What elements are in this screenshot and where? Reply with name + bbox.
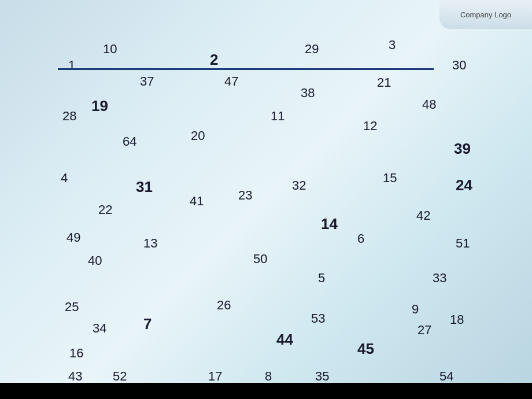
number-item: 7	[143, 315, 152, 333]
number-item: 3	[389, 38, 396, 53]
number-item: 34	[93, 321, 106, 336]
number-item: 22	[98, 202, 112, 217]
number-item: 52	[113, 369, 127, 384]
number-item: 8	[265, 369, 272, 384]
number-item: 21	[377, 75, 391, 90]
number-item: 14	[321, 215, 338, 233]
number-item: 38	[301, 86, 315, 101]
logo-tab: Company Logo	[439, 0, 532, 29]
number-item: 27	[418, 323, 431, 338]
number-item: 40	[88, 253, 102, 268]
number-item: 4	[61, 171, 68, 186]
number-item: 32	[292, 178, 306, 193]
number-item: 26	[217, 298, 231, 313]
number-item: 12	[363, 119, 377, 134]
number-item: 42	[416, 208, 430, 223]
horizontal-line-top	[58, 68, 434, 70]
company-logo: Company Logo	[460, 10, 511, 19]
number-item: 19	[91, 97, 108, 115]
number-item: 5	[318, 271, 325, 286]
number-item: 28	[62, 109, 76, 124]
number-item: 43	[68, 369, 82, 384]
number-item: 20	[191, 128, 205, 143]
number-item: 37	[140, 74, 154, 89]
bottom-bar	[0, 383, 532, 399]
number-item: 23	[238, 188, 252, 203]
number-item: 35	[315, 369, 329, 384]
number-item: 6	[357, 231, 364, 246]
number-item: 18	[450, 312, 464, 327]
number-item: 1	[68, 58, 75, 73]
number-item: 30	[452, 58, 466, 73]
number-item: 51	[456, 236, 470, 251]
number-item: 49	[66, 230, 80, 245]
number-item: 47	[224, 74, 238, 89]
number-item: 10	[103, 42, 117, 57]
number-item: 16	[69, 346, 83, 361]
number-item: 15	[383, 171, 397, 186]
number-item: 64	[123, 134, 136, 149]
number-item: 53	[311, 311, 325, 326]
number-item: 33	[433, 271, 446, 286]
number-item: 9	[412, 302, 419, 317]
number-item: 41	[190, 194, 204, 209]
number-item: 54	[439, 369, 453, 384]
number-item: 31	[136, 178, 153, 196]
number-item: 45	[357, 340, 374, 358]
number-item: 48	[422, 97, 436, 112]
number-item: 25	[65, 300, 79, 315]
number-item: 29	[305, 42, 319, 57]
number-item: 17	[208, 369, 222, 384]
number-item: 2	[210, 51, 218, 69]
number-item: 11	[271, 109, 285, 124]
number-item: 13	[143, 236, 157, 251]
number-item: 50	[253, 252, 267, 267]
number-item: 44	[276, 331, 293, 349]
number-item: 24	[456, 176, 472, 194]
number-item: 39	[454, 140, 471, 158]
